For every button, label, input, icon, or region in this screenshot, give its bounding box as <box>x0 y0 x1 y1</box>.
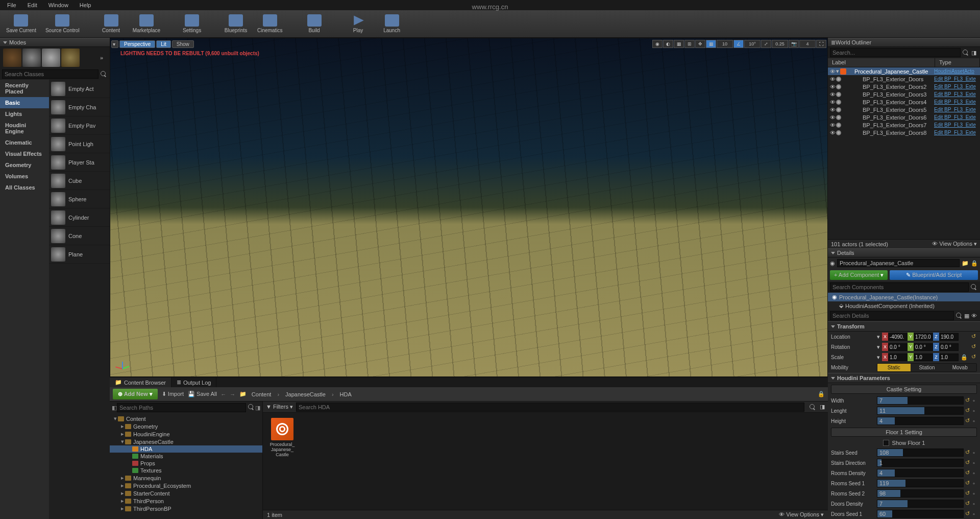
outliner-view-options[interactable]: 👁 View Options ▾ <box>932 241 977 247</box>
tree-node-houdiniengine[interactable]: ▸HoudiniEngine <box>110 430 262 438</box>
search-components-input[interactable] <box>830 282 969 292</box>
tab-content-browser[interactable]: 📁 Content Browser <box>110 378 172 387</box>
outliner-row[interactable]: 👁▾Procedural_Japanese_CastleHoudiniAsset… <box>828 67 980 75</box>
viewport-menu-icon[interactable]: ▾ <box>111 40 118 48</box>
outliner-row[interactable]: 👁BP_FL3_Exterior_Doors7Edit BP_FL3_Exte <box>828 121 980 129</box>
pin-icon[interactable]: ◦ <box>971 408 977 414</box>
place-cat-all-classes[interactable]: All Classes <box>0 182 49 193</box>
param-doors-seed1-slider[interactable]: 60 <box>877 510 964 518</box>
snap-realtime-icon[interactable]: ◐ <box>663 40 673 48</box>
pin-icon[interactable]: ◦ <box>971 397 977 404</box>
outliner-filter-icon[interactable]: ◨ <box>970 50 978 56</box>
details-eye-icon[interactable]: 👁 <box>970 313 978 319</box>
component-root[interactable]: ◉ Procedural_Japanese_Castle(Instance) <box>828 293 980 301</box>
reset-icon[interactable]: ↺ <box>964 490 971 497</box>
place-item[interactable]: Plane <box>49 245 110 264</box>
loc-z[interactable] <box>939 333 959 341</box>
scl-x[interactable] <box>888 353 908 361</box>
menu-file[interactable]: File <box>2 1 21 9</box>
search-details-input[interactable] <box>830 311 954 320</box>
param-rooms-density-slider[interactable]: 4 <box>877 469 964 477</box>
search-icon[interactable] <box>955 312 963 320</box>
outliner-row[interactable]: 👁BP_FL3_Exterior_Doors4Edit BP_FL3_Exte <box>828 98 980 106</box>
place-item[interactable]: Player Sta <box>49 153 110 172</box>
menu-edit[interactable]: Edit <box>22 1 42 9</box>
place-cat-volumes[interactable]: Volumes <box>0 171 49 182</box>
perspective-button[interactable]: Perspective <box>119 40 155 48</box>
actor-name-input[interactable] <box>837 259 960 267</box>
show-floor1-checkbox[interactable] <box>883 440 889 446</box>
filters-button[interactable]: ▼ Filters ▾ <box>266 404 293 410</box>
reset-icon[interactable]: ↺ <box>964 459 971 466</box>
blueprint-edit-button[interactable]: ✎ Blueprint/Add Script <box>890 270 978 280</box>
snap-scale-toggle[interactable]: ⤢ <box>761 40 771 48</box>
tree-node-startercontent[interactable]: ▸StarterContent <box>110 489 262 497</box>
outliner-row[interactable]: 👁BP_FL3_Exterior_Doors3Edit BP_FL3_Exte <box>828 90 980 98</box>
search-icon[interactable] <box>100 70 108 78</box>
place-cat-houdini-engine[interactable]: Houdini Engine <box>0 120 49 137</box>
place-item[interactable]: Cube <box>49 172 110 190</box>
save-all-button[interactable]: 💾 Save All <box>188 391 217 397</box>
asset-lock-icon[interactable]: ◨ <box>820 404 825 410</box>
tree-node-mannequin[interactable]: ▸Mannequin <box>110 474 262 482</box>
tree-node-materials[interactable]: Materials <box>110 453 262 460</box>
scale-lock-icon[interactable]: 🔒 <box>961 354 968 361</box>
snap-scale-value[interactable]: 0.25 <box>772 40 788 48</box>
col-label[interactable]: Label <box>828 58 935 67</box>
reset-icon[interactable]: ↺ <box>970 333 977 340</box>
show-button[interactable]: Show <box>172 40 194 48</box>
search-icon[interactable] <box>808 403 817 411</box>
pin-icon[interactable]: ◦ <box>971 511 977 517</box>
place-item[interactable]: Empty Pav <box>49 116 110 135</box>
mode-landscape-icon[interactable] <box>42 49 60 67</box>
snap-angle-value[interactable]: 10° <box>744 40 761 48</box>
view-options-button[interactable]: 👁 View Options ▾ <box>779 511 824 518</box>
place-cat-geometry[interactable]: Geometry <box>0 159 49 171</box>
rot-x[interactable] <box>888 343 908 351</box>
toolbar-cinematics[interactable]: Cinematics <box>254 11 285 37</box>
loc-y[interactable] <box>914 333 933 341</box>
snap-camera-icon[interactable]: 📷 <box>789 40 799 48</box>
place-item[interactable]: Point Ligh <box>49 135 110 153</box>
param-doors-density-slider[interactable]: 7 <box>877 500 964 508</box>
param-stairs-dir-slider[interactable]: 1 <box>877 459 964 467</box>
tree-lock-icon[interactable]: ◨ <box>255 403 260 412</box>
actor-lock-icon[interactable]: 🔒 <box>971 260 978 267</box>
tab-output-log[interactable]: ≣ Output Log <box>172 378 216 387</box>
tree-node-thirdpersonbp[interactable]: ▸ThirdPersonBP <box>110 505 262 512</box>
crumb-hda[interactable]: HDA <box>337 390 355 398</box>
place-cat-cinematic[interactable]: Cinematic <box>0 137 49 148</box>
viewport[interactable]: ▾ Perspective Lit Show ◉ ◐ ▦ ⊞ ✥ ▦ 10 ∠ … <box>110 38 828 377</box>
details-matrix-icon[interactable]: ▦ <box>963 313 970 319</box>
place-item[interactable]: Cone <box>49 227 110 245</box>
place-item[interactable]: Sphere <box>49 190 110 208</box>
mode-paint-icon[interactable] <box>22 49 41 67</box>
tree-node-content[interactable]: ▾Content <box>110 415 262 422</box>
reset-icon[interactable]: ↺ <box>964 480 971 487</box>
rot-z[interactable] <box>939 343 959 351</box>
snap-translate-icon[interactable]: ✥ <box>695 40 705 48</box>
import-button[interactable]: ⬇ Import <box>162 391 184 397</box>
tree-node-geometry[interactable]: ▸Geometry <box>110 422 262 430</box>
outliner-row[interactable]: 👁BP_FL3_Exterior_Doors6Edit BP_FL3_Exte <box>828 113 980 121</box>
mode-place-icon[interactable] <box>3 49 21 67</box>
breadcrumb-lock-icon[interactable]: 🔒 <box>818 391 825 397</box>
actor-browse-icon[interactable]: 📁 <box>962 260 969 267</box>
reset-icon[interactable]: ↺ <box>964 469 971 477</box>
place-cat-visual-effects[interactable]: Visual Effects <box>0 148 49 159</box>
place-item[interactable]: Empty Act <box>49 80 110 98</box>
search-icon[interactable] <box>247 403 255 411</box>
loc-x[interactable] <box>888 333 908 341</box>
place-item[interactable]: Cylinder <box>49 208 110 227</box>
add-new-button[interactable]: ⊕ Add New ▾ <box>113 389 158 399</box>
toolbar-save-current[interactable]: Save Current <box>3 11 39 37</box>
crumb-content[interactable]: Content <box>249 390 275 398</box>
toolbar-build[interactable]: Build <box>299 11 330 37</box>
add-component-button[interactable]: + Add Component ▾ <box>830 270 888 280</box>
tree-node-japanesecastle[interactable]: ▾JapaneseCastle <box>110 438 262 445</box>
outliner-row[interactable]: 👁BP_FL3_Exterior_Doors5Edit BP_FL3_Exte <box>828 106 980 113</box>
pin-icon[interactable]: ◦ <box>971 490 977 497</box>
component-houdini[interactable]: ⬙ HoudiniAssetComponent (Inherited) <box>828 301 980 310</box>
param-height-slider[interactable]: 4 <box>877 417 964 425</box>
search-icon[interactable] <box>962 49 970 57</box>
